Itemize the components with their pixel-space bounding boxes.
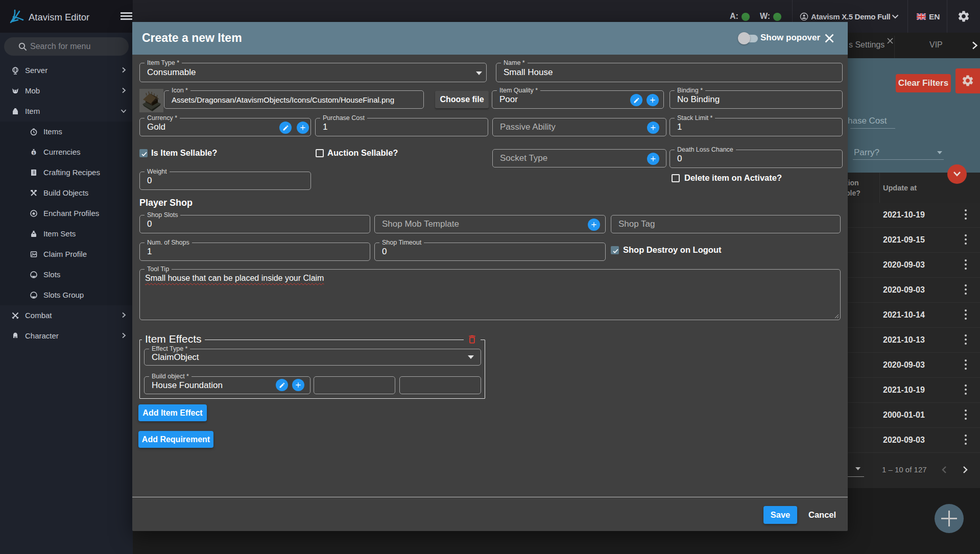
svg-text:$: $	[33, 151, 35, 155]
